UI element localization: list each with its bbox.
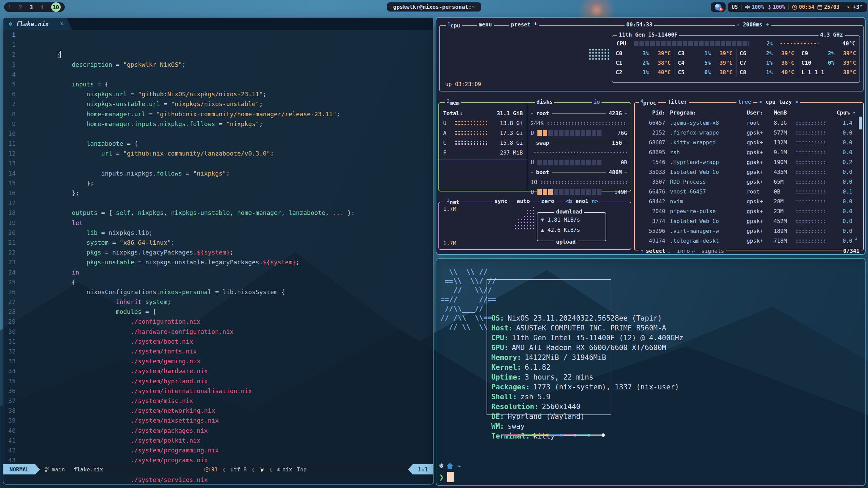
workspace-button[interactable]: 3 xyxy=(29,4,33,11)
process-row[interactable]: 1546 .Hyprland-wrapp gpsk+ 190M 0.2 xyxy=(635,157,863,167)
scroll-down-icon[interactable]: ↓ xyxy=(854,235,858,242)
git-branch[interactable]: main xyxy=(45,466,65,473)
code-line[interactable]: 32 ./system/hardware.nix xyxy=(3,346,433,356)
code-line[interactable]: 43 ./system/services.nix xyxy=(3,455,433,465)
code-line[interactable]: 12 inputs.nixpkgs.follows = "nixpkgs"; xyxy=(3,148,433,158)
workspace-button[interactable]: 10 xyxy=(51,2,61,12)
separator: ❮ xyxy=(222,466,226,473)
code-line[interactable]: 13 }; xyxy=(3,158,433,168)
net-zero-toggle[interactable]: zero xyxy=(539,198,556,204)
signals-button[interactable]: signals xyxy=(701,248,724,254)
process-row[interactable]: 68695 zsh gpsk+ 9.1M 0.0 xyxy=(635,147,863,157)
code-line[interactable]: 10 url = "github:nix-community/lanzaboot… xyxy=(3,129,433,139)
refresh-rate-control[interactable]: - 2000ms + xyxy=(735,21,771,28)
system-info-row: Resolution: 868x488 xyxy=(491,402,683,412)
code-text: lib = nixpkgs.lib; xyxy=(20,208,153,218)
tab-close-icon[interactable]: × xyxy=(60,20,63,27)
line-number: 14 xyxy=(3,168,20,178)
code-line[interactable]: 6 home-manager.url = "github:nix-communi… xyxy=(3,89,433,99)
btop-proc-box: 4proc filter tree < cpu lazy > Pid: Prog… xyxy=(634,102,864,250)
code-line[interactable]: 25 inherit system; xyxy=(3,277,433,287)
workspace-button[interactable]: 2 xyxy=(19,4,22,11)
powerline-separator xyxy=(408,464,413,474)
net-auto-toggle[interactable]: auto xyxy=(515,198,532,204)
code-line[interactable]: 31 ./system/gaming.nix xyxy=(3,337,433,346)
line-number: 12 xyxy=(3,148,20,158)
line-number: 21 xyxy=(3,238,20,247)
code-line[interactable]: 37 ./system/nixsettings.nix xyxy=(3,396,433,406)
code-line[interactable]: 40 ./system/programming.nix xyxy=(3,426,433,435)
clock[interactable]: 00:54 xyxy=(792,4,814,10)
code-line[interactable]: 16 outputs = { self, nixpkgs, nixpkgs-un… xyxy=(3,188,433,198)
proc-footer-controls: ↑select↓ info↵ signals xyxy=(639,248,726,254)
code-text: pkgs = nixpkgs.legacyPackages.${system}; xyxy=(20,228,234,238)
net-sync-toggle[interactable]: sync xyxy=(493,198,509,204)
code-line[interactable]: 24 nixosConfigurations.nixos-personal = … xyxy=(3,267,433,277)
code-text xyxy=(20,109,64,119)
editor-tab-flake-nix[interactable]: ❄ flake.nix × xyxy=(3,18,72,30)
process-row[interactable]: 68442 nvim gpsk+ 28M 0.0 xyxy=(635,197,863,206)
code-line[interactable]: 38 ./system/packages.nix xyxy=(3,406,433,415)
upload-label: upload xyxy=(554,239,577,245)
process-row[interactable]: 3507 RDD Process gpsk+ 65M 0.0 xyxy=(635,177,863,187)
process-row[interactable]: 35033 Isolated Web Co gpsk+ 435M 0.0 xyxy=(635,167,863,177)
code-text: }; xyxy=(20,158,94,168)
code-line[interactable]: 5 nixpkgs-unstable.url = "nixpkgs/nixos-… xyxy=(3,79,433,89)
code-line[interactable]: 28 ./hardware-configuration.nix xyxy=(3,307,433,317)
code-line[interactable]: 17 let xyxy=(3,198,433,208)
line-number: 28 xyxy=(3,307,20,317)
line-number: 38 xyxy=(3,406,20,415)
workspace-button[interactable]: 1 xyxy=(8,4,12,11)
workspace-button[interactable]: 4 xyxy=(40,4,44,11)
process-cpu-graph xyxy=(796,121,827,125)
net-interface-selector[interactable]: <b eno1 n> xyxy=(564,198,600,204)
disk-usage-bar xyxy=(537,160,602,165)
sort-column[interactable]: Cpu% xyxy=(836,108,850,118)
menu-button[interactable]: menu xyxy=(477,21,494,28)
memory-sparkline xyxy=(455,121,488,126)
nvim-cmdline[interactable] xyxy=(3,474,433,484)
microphone-control[interactable]: 100% xyxy=(767,4,785,10)
nvim-tabline: ❄ flake.nix × xyxy=(3,18,433,30)
proc-sort-selector[interactable]: < cpu lazy > xyxy=(757,99,800,105)
terminal-cursor xyxy=(447,472,454,482)
process-row[interactable]: 66457 .qemu-system-x8 root 8.1G 1.4 xyxy=(635,118,863,128)
proc-filter-button[interactable]: filter xyxy=(666,99,689,105)
code-line[interactable]: 2 xyxy=(3,49,433,59)
process-row[interactable]: 55296 .virt-manager-w gpsk+ 189M 0.0 xyxy=(635,226,863,236)
code-line[interactable]: 35 ./system/misc.nix xyxy=(3,376,433,386)
keyboard-layout[interactable]: US xyxy=(732,4,738,10)
code-line[interactable]: 34 ./system/internationalisation.nix xyxy=(3,366,433,376)
line-number: 10 xyxy=(3,129,20,139)
process-row[interactable]: 68687 .kitty-wrapped gpsk+ 132M 0.0 xyxy=(635,138,863,147)
proc-tree-toggle[interactable]: tree xyxy=(736,99,753,105)
system-info-list: OS: NixOS 23.11.20240322.56528ee (Tapir)… xyxy=(491,284,683,441)
tray-app-button[interactable]: 6 xyxy=(711,2,726,12)
process-row[interactable]: 66476 vhost-66457 root 0B 0.1 xyxy=(635,187,863,197)
shell-prompt-input[interactable]: ❯ xyxy=(439,472,454,482)
volume-control[interactable]: 100% xyxy=(745,4,764,10)
code-text: ./hardware-configuration.nix xyxy=(20,307,234,317)
code-line[interactable]: 1 { xyxy=(3,30,433,40)
date[interactable]: 25/03 xyxy=(817,4,839,10)
code-line[interactable]: 27 ./configuration.nix xyxy=(3,297,433,307)
process-row[interactable]: 2152 .firefox-wrappe gpsk+ 577M 0.0 xyxy=(635,128,863,138)
info-button[interactable]: info xyxy=(677,248,690,254)
weather-temperature[interactable]: +3° xyxy=(853,4,862,10)
process-row[interactable]: 2040 pipewire-pulse gpsk+ 23M 0.0 xyxy=(635,206,863,216)
process-row[interactable]: 3774 Isolated Web Co gpsk+ 452M 0.0 xyxy=(635,216,863,226)
preset-button[interactable]: preset * xyxy=(509,21,539,28)
code-line[interactable]: 1 description = "gpskwlkr NixOS"; xyxy=(3,40,433,49)
code-line[interactable]: 19 system = "x86_64-linux"; xyxy=(3,218,433,228)
code-line[interactable]: 20 pkgs = nixpkgs.legacyPackages.${syste… xyxy=(3,228,433,238)
code-line[interactable]: 7 home-manager.inputs.nixpkgs.follows = … xyxy=(3,99,433,109)
scrollbar-thumb[interactable] xyxy=(859,117,862,129)
code-line[interactable]: 21 pkgs-unstable = nixpkgs-unstable.lega… xyxy=(3,238,433,247)
code-line[interactable]: 3 inputs = { xyxy=(3,60,433,69)
code-line[interactable]: 33 ./system/hyprland.nix xyxy=(3,356,433,366)
select-button[interactable]: select xyxy=(646,248,666,254)
process-row[interactable]: 49174 .telegram-deskt gpsk+ 718M 0.0 xyxy=(635,236,863,246)
code-line[interactable]: 41 ./system/programs.nix xyxy=(3,435,433,445)
code-line[interactable]: 29 ./system/boot.nix xyxy=(3,317,433,326)
code-line[interactable]: 4 nixpkgs.url = "github:NixOS/nixpkgs/ni… xyxy=(3,69,433,79)
